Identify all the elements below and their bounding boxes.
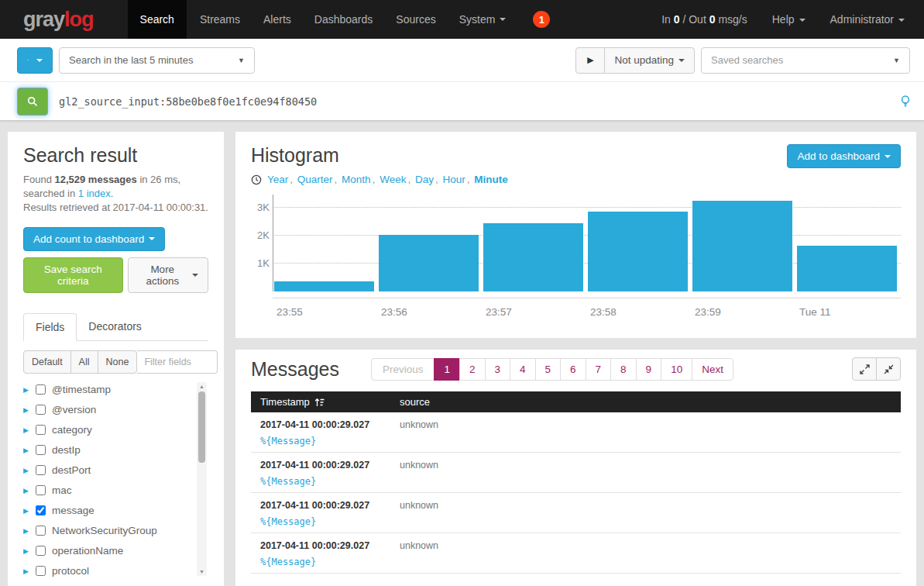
- nav-item-streams[interactable]: Streams: [190, 0, 250, 39]
- field-checkbox-mac[interactable]: [36, 485, 46, 495]
- pagination-page-8[interactable]: 8: [610, 358, 637, 381]
- tab-fields[interactable]: Fields: [23, 313, 77, 341]
- add-count-to-dashboard-button[interactable]: Add count to dashboard: [23, 227, 165, 251]
- y-tick-label: 1K: [251, 257, 270, 269]
- tab-decorators[interactable]: Decorators: [77, 313, 153, 341]
- field-checkbox-protocol[interactable]: [36, 566, 46, 576]
- field-label: @timestamp: [52, 384, 111, 395]
- play-button[interactable]: ▶: [575, 47, 605, 74]
- histogram-bar-Tue 11[interactable]: [797, 246, 897, 291]
- resolution-week[interactable]: Week: [380, 174, 406, 185]
- histogram-bar-23:55[interactable]: [274, 281, 374, 291]
- scrollbar-thumb[interactable]: [198, 391, 205, 463]
- collapse-button[interactable]: [876, 357, 901, 381]
- index-link[interactable]: 1 index: [78, 188, 111, 199]
- histogram-bar-23:57[interactable]: [483, 223, 583, 291]
- pagination-page-7[interactable]: 7: [586, 358, 612, 381]
- resolution-minute[interactable]: Minute: [474, 174, 508, 185]
- message-row[interactable]: 2017-04-11 00:00:29.027unknown%{Message}: [251, 533, 901, 574]
- update-frequency-button[interactable]: Not updating: [604, 47, 695, 74]
- field-expand-icon[interactable]: ▶: [23, 406, 29, 414]
- message-row[interactable]: 2017-04-11 00:00:29.027unknown%{Message}: [251, 412, 901, 453]
- pagination-previous[interactable]: Previous: [371, 358, 435, 381]
- navbar: graylog SearchStreamsAlertsDashboardsSou…: [0, 0, 924, 39]
- expand-button[interactable]: [852, 357, 877, 381]
- nav-item-sources[interactable]: Sources: [386, 0, 445, 39]
- fields-all-button[interactable]: All: [70, 350, 98, 374]
- field-expand-icon[interactable]: ▶: [23, 547, 29, 555]
- field-checkbox-operationName[interactable]: [36, 546, 46, 556]
- fields-default-button[interactable]: Default: [23, 350, 71, 374]
- source-column-header[interactable]: source: [400, 396, 430, 408]
- field-expand-icon[interactable]: ▶: [23, 567, 29, 575]
- field-list-scrollbar[interactable]: ▲ ▼: [197, 382, 207, 576]
- field-checkbox-destPort[interactable]: [36, 465, 46, 475]
- message-row-line1: 2017-04-11 00:00:29.027unknown: [260, 460, 891, 471]
- sort-icon[interactable]: [314, 398, 325, 407]
- resolution-month[interactable]: Month: [342, 174, 371, 185]
- field-checkbox-@version[interactable]: [36, 405, 46, 415]
- scroll-up-icon[interactable]: ▲: [197, 382, 207, 391]
- histogram-bar-23:56[interactable]: [379, 235, 479, 291]
- pagination-page-5[interactable]: 5: [535, 358, 562, 381]
- histogram-bar-23:59[interactable]: [692, 201, 792, 291]
- pagination-page-10[interactable]: 10: [661, 358, 692, 381]
- nav-item-search[interactable]: Search: [128, 0, 187, 39]
- field-checkbox-category[interactable]: [36, 425, 46, 435]
- message-row[interactable]: 2017-04-11 00:00:29.027unknown%{Message}: [251, 453, 901, 493]
- field-checkbox-@timestamp[interactable]: [36, 384, 46, 395]
- add-to-dashboard-button[interactable]: Add to dashboard: [787, 144, 901, 168]
- query-input[interactable]: gl2_source_input:58be0be8f0e1fc0e94f8045…: [59, 95, 890, 108]
- filter-fields-input[interactable]: [137, 350, 218, 374]
- fields-none-button[interactable]: None: [98, 350, 138, 374]
- pagination-page-4[interactable]: 4: [510, 358, 536, 381]
- notification-badge[interactable]: 1: [533, 11, 550, 28]
- resolution-quarter[interactable]: Quarter: [297, 174, 333, 185]
- saved-searches-select[interactable]: Saved searches ▼: [701, 47, 910, 74]
- user-menu[interactable]: Administrator: [830, 13, 905, 26]
- messages-panel: Messages Previous12345678910Next Timesta…: [235, 350, 916, 586]
- field-expand-icon[interactable]: ▶: [23, 446, 29, 454]
- pagination-page-3[interactable]: 3: [485, 358, 511, 381]
- scroll-down-icon[interactable]: ▼: [197, 567, 207, 576]
- comma: ,: [467, 174, 473, 185]
- field-expand-icon[interactable]: ▶: [23, 487, 29, 495]
- field-item-destPort: ▶destPort: [23, 460, 193, 481]
- pagination-next[interactable]: Next: [692, 358, 733, 381]
- nav-item-dashboards[interactable]: Dashboards: [304, 0, 383, 39]
- pagination-page-6[interactable]: 6: [560, 358, 586, 381]
- nav-item-system[interactable]: System: [449, 0, 517, 39]
- help-menu[interactable]: Help: [772, 13, 805, 26]
- nav-item-alerts[interactable]: Alerts: [253, 0, 301, 39]
- pagination-page-9[interactable]: 9: [636, 358, 662, 381]
- message-timestamp: 2017-04-11 00:00:29.027: [260, 540, 400, 551]
- search-button[interactable]: [17, 88, 48, 115]
- field-expand-icon[interactable]: ▶: [23, 426, 29, 434]
- more-actions-button[interactable]: More actions: [128, 257, 208, 293]
- field-checkbox-message[interactable]: [36, 505, 46, 515]
- resolution-year[interactable]: Year: [267, 174, 288, 185]
- field-checkbox-NetworkSecurityGroup[interactable]: [36, 526, 46, 536]
- throughput: In 0 / Out 0 msg/s: [661, 13, 747, 26]
- timerange-type-button[interactable]: [17, 47, 53, 74]
- field-expand-icon[interactable]: ▶: [23, 386, 29, 394]
- field-expand-icon[interactable]: ▶: [23, 507, 29, 515]
- field-expand-icon[interactable]: ▶: [23, 527, 29, 535]
- field-checkbox-destIp[interactable]: [36, 445, 46, 455]
- timerange-row: Search in the last 5 minutes ▼ ▶ Not upd…: [0, 39, 924, 82]
- pagination-page-1[interactable]: 1: [434, 358, 460, 381]
- timerange-select[interactable]: Search in the last 5 minutes ▼: [59, 47, 255, 74]
- timestamp-column-header[interactable]: Timestamp: [260, 396, 310, 408]
- field-expand-icon[interactable]: ▶: [23, 467, 29, 474]
- lightbulb-icon[interactable]: [901, 95, 910, 108]
- clock-icon: [27, 54, 29, 66]
- graylog-logo[interactable]: graylog: [23, 8, 94, 32]
- message-row[interactable]: 2017-04-11 00:00:29.027unknown%{Message}: [251, 493, 901, 533]
- resolution-day[interactable]: Day: [415, 174, 434, 185]
- histogram-bar-23:58[interactable]: [588, 212, 688, 291]
- resolution-hour[interactable]: Hour: [442, 174, 465, 185]
- pagination-page-2[interactable]: 2: [459, 358, 486, 381]
- summary-dot: .: [111, 188, 114, 199]
- save-search-criteria-button[interactable]: Save search criteria: [23, 257, 123, 293]
- field-label: mac: [52, 484, 72, 496]
